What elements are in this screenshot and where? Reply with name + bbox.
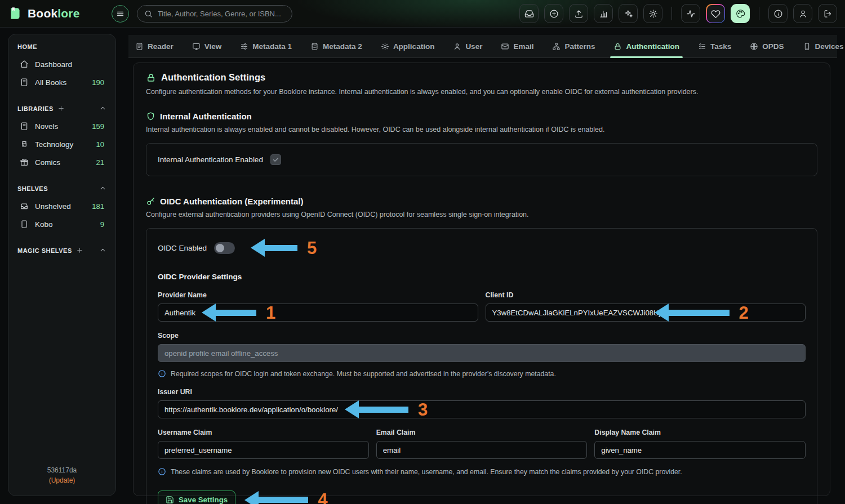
item-count: 21 <box>96 158 104 167</box>
item-count: 9 <box>100 220 104 229</box>
display-name-claim-field: Display Name Claim <box>594 429 806 459</box>
add-magic-shelf-icon[interactable] <box>76 247 83 254</box>
save-icon <box>166 496 174 504</box>
info-icon[interactable] <box>768 4 788 23</box>
update-link[interactable]: (Update) <box>16 476 108 485</box>
tab-opds[interactable]: OPDS <box>750 35 784 57</box>
sidebar-item-all-books[interactable]: All Books 190 <box>16 74 108 91</box>
sidebar-item-kobo[interactable]: Kobo 9 <box>16 216 108 233</box>
username-claim-input[interactable] <box>158 441 369 459</box>
sidebar-section-shelves: SHELVES <box>17 185 106 192</box>
tab-reader[interactable]: Reader <box>135 35 174 57</box>
sidebar-item-unshelved[interactable]: Unshelved 181 <box>16 198 108 215</box>
sidebar-item-label: Technology <box>35 140 73 149</box>
item-count: 181 <box>92 202 104 211</box>
sidebar-item-technology[interactable]: Technology 10 <box>16 136 108 153</box>
stats-icon[interactable] <box>594 4 613 23</box>
internal-auth-desc: Internal authentication is always enable… <box>146 126 817 133</box>
global-search[interactable] <box>137 5 292 23</box>
oidc-enabled-label: OIDC Enabled <box>158 244 207 252</box>
app-title: Booklore <box>28 7 80 20</box>
app-header: Booklore <box>0 0 845 28</box>
tab-metadata-2[interactable]: Metadata 2 <box>310 35 362 57</box>
lock-icon <box>146 73 156 83</box>
issuer-uri-field: Issuer URI 3 <box>158 388 806 418</box>
oidc-provider-settings-title: OIDC Provider Settings <box>158 273 806 281</box>
collapse-chevron-icon[interactable] <box>99 105 106 112</box>
oidc-title: OIDC Authentication (Experimental) <box>160 197 303 206</box>
sidebar-item-dashboard[interactable]: Dashboard <box>16 56 108 73</box>
claims-hint: These claims are used by Booklore to pro… <box>158 467 806 476</box>
issuer-uri-label: Issuer URI <box>158 388 806 396</box>
favorites-heart-icon[interactable] <box>706 4 725 23</box>
display-name-claim-label: Display Name Claim <box>594 429 806 436</box>
key-icon <box>146 197 155 206</box>
email-claim-field: Email Claim <box>376 429 588 459</box>
sidebar-item-label: Kobo <box>35 220 53 229</box>
annotation-arrow-4: 4 <box>244 491 327 504</box>
sidebar-section-libraries: LIBRARIES <box>17 105 106 112</box>
logout-icon[interactable] <box>818 4 837 23</box>
gift-icon <box>20 158 29 167</box>
tab-application[interactable]: Application <box>381 35 435 57</box>
tab-view[interactable]: View <box>192 35 222 57</box>
tab-email[interactable]: Email <box>501 35 533 57</box>
save-settings-button[interactable]: Save Settings <box>158 490 235 504</box>
settings-gear-icon[interactable] <box>643 4 662 23</box>
sidebar-item-label: Novels <box>35 122 58 131</box>
client-id-label: Client ID <box>486 291 806 299</box>
issuer-uri-input[interactable] <box>158 400 806 418</box>
collapse-chevron-icon[interactable] <box>99 185 106 192</box>
inbox-icon[interactable] <box>519 4 539 23</box>
build-version: 536117da <box>16 466 108 475</box>
annotation-arrow-5: 5 <box>251 239 317 257</box>
tab-patterns[interactable]: Patterns <box>552 35 595 57</box>
home-icon <box>20 60 29 69</box>
tab-metadata-1[interactable]: Metadata 1 <box>240 35 292 57</box>
theme-palette-icon[interactable] <box>731 4 750 23</box>
android-icon <box>20 140 29 149</box>
header-divider <box>671 7 672 20</box>
internal-auth-checkbox-label: Internal Authentication Enabled <box>158 155 263 164</box>
item-count: 10 <box>96 140 104 149</box>
username-claim-label: Username Claim <box>158 429 369 436</box>
collapse-chevron-icon[interactable] <box>99 247 106 254</box>
oidc-enabled-toggle[interactable] <box>214 242 235 254</box>
add-library-icon[interactable] <box>57 105 65 112</box>
app-logo[interactable]: Booklore <box>8 6 80 21</box>
client-id-field: Client ID 2 <box>486 291 806 322</box>
email-claim-input[interactable] <box>376 441 588 459</box>
sidebar-section-magic-shelves: MAGIC SHELVES <box>17 247 106 254</box>
scope-field: Scope <box>158 332 806 362</box>
item-count: 159 <box>92 122 104 131</box>
shield-icon <box>146 111 155 121</box>
user-account-icon[interactable] <box>793 4 812 23</box>
oidc-desc: Configure external authentication provid… <box>146 211 817 218</box>
sidebar-item-label: All Books <box>35 78 66 87</box>
tab-tasks[interactable]: Tasks <box>698 35 731 57</box>
client-id-input[interactable] <box>486 304 806 322</box>
authentication-settings-panel: Authentication Settings Configure authen… <box>133 63 830 496</box>
item-count: 190 <box>92 78 104 87</box>
book-icon <box>20 122 29 131</box>
sidebar-item-label: Comics <box>35 158 60 167</box>
sidebar-item-comics[interactable]: Comics 21 <box>16 154 108 171</box>
add-icon[interactable] <box>544 4 563 23</box>
sidebar-item-novels[interactable]: Novels 159 <box>16 118 108 135</box>
tab-user[interactable]: User <box>453 35 482 57</box>
username-claim-field: Username Claim <box>158 429 369 459</box>
sidebar-section-home: HOME <box>17 43 106 50</box>
activity-icon[interactable] <box>681 4 700 23</box>
tab-authentication[interactable]: Authentication <box>613 35 679 57</box>
display-name-claim-input[interactable] <box>594 441 806 459</box>
sparkles-icon[interactable] <box>619 4 638 23</box>
upload-icon[interactable] <box>569 4 588 23</box>
page-title: Authentication Settings <box>161 72 265 83</box>
search-input[interactable] <box>158 10 285 18</box>
menu-toggle-button[interactable] <box>112 5 129 23</box>
oidc-settings-card: OIDC Enabled 5 OIDC Provider Settings Pr… <box>146 228 817 504</box>
provider-name-input[interactable] <box>158 304 478 322</box>
tab-devices[interactable]: Devices <box>803 35 844 57</box>
booklore-logo-icon <box>8 6 23 21</box>
internal-auth-checkbox[interactable] <box>270 154 281 165</box>
